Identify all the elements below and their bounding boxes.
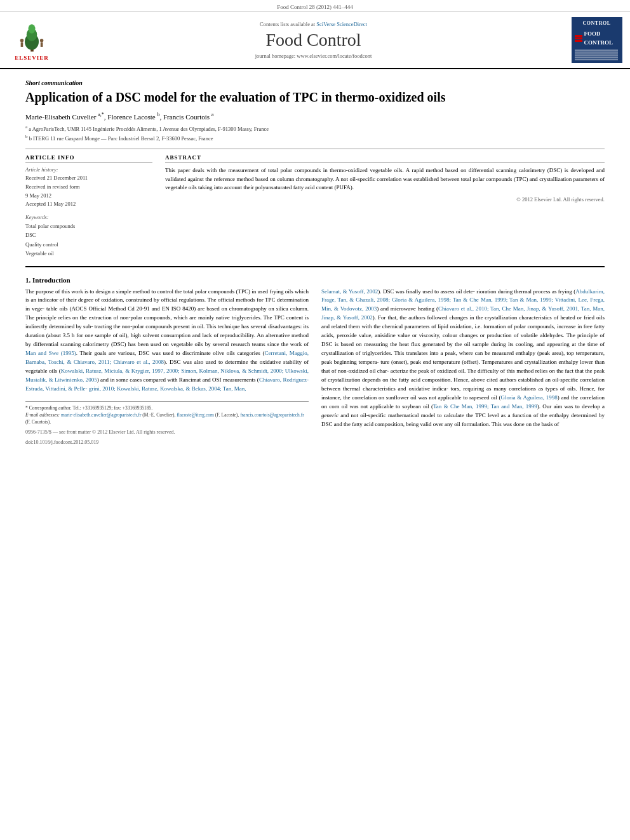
corresponding-author: * Corresponding author. Tel.: +331699351… xyxy=(25,404,309,411)
elsevier-logo: ELSEVIER xyxy=(6,17,57,63)
badge-icons xyxy=(575,35,582,42)
footnote-area: * Corresponding author. Tel.: +331699351… xyxy=(25,401,309,446)
badge-line-6 xyxy=(575,59,618,60)
abstract-text: This paper deals with the measurement of… xyxy=(165,166,605,192)
info-abstract-cols: ARTICLE INFO Article history: Received 2… xyxy=(25,154,605,258)
badge-line-5 xyxy=(575,57,618,58)
badge-control-top: CONTROL xyxy=(575,20,619,28)
badge-line-3 xyxy=(575,53,618,55)
affiliations: a a AgroParisTech, UMR 1145 Ingénierie P… xyxy=(25,124,605,142)
body-right-text: Selamat, & Yusoff, 2002). DSC was finall… xyxy=(321,288,605,429)
email1-name: (M.-E. Cuvelier), xyxy=(142,412,175,418)
badge-line-1 xyxy=(575,50,618,51)
divider-1 xyxy=(25,149,605,149)
food-control-badge-area: CONTROL FOOD CONTROL xyxy=(570,17,624,63)
email3-suffix: (F. Courtois). xyxy=(25,419,51,425)
article-info-header: ARTICLE INFO xyxy=(25,154,152,163)
history-label: Article history: xyxy=(25,166,152,173)
email2-suffix: (F. Lacoste), xyxy=(215,412,239,418)
abstract-copyright: © 2012 Elsevier Ltd. All rights reserved… xyxy=(165,196,605,203)
issn-text: 0956-7135/$ — see front matter © 2012 El… xyxy=(25,429,175,435)
affil-b: b b ITERG 11 rue Gaspard Monge — Parc In… xyxy=(25,133,605,143)
food-control-badge: CONTROL FOOD CONTROL xyxy=(572,17,622,63)
journal-title: Food Control xyxy=(265,30,361,50)
badge-food: FOOD xyxy=(584,29,613,38)
elsevier-text: ELSEVIER xyxy=(15,55,49,61)
email-1[interactable]: marie-elisabeth.cuvelier@agroparistech.f… xyxy=(61,412,141,418)
svg-point-3 xyxy=(28,24,35,34)
page: Food Control 28 (2012) 441–444 ELSEVIER xyxy=(0,0,630,840)
divider-2 xyxy=(25,266,605,267)
authors-line: Marie-Elisabeth Cuvelier a,*, Florence L… xyxy=(25,112,605,121)
badge-line-2 xyxy=(575,51,618,53)
abstract-header: ABSTRACT xyxy=(165,154,605,163)
affil-a: a a AgroParisTech, UMR 1145 Ingénierie P… xyxy=(25,124,605,133)
badge-lines xyxy=(575,50,619,60)
keywords-list: Total polar compounds DSC Quality contro… xyxy=(25,222,152,258)
journal-reference-bar: Food Control 28 (2012) 441–444 xyxy=(0,0,630,12)
section1-title: 1. Introduction xyxy=(25,276,605,284)
badge-food-control-row: FOOD CONTROL xyxy=(575,29,619,48)
ref-man-swe: Man and Swe (1995) xyxy=(25,350,76,356)
sciverse-line: Contents lists available at SciVerse Sci… xyxy=(260,21,367,27)
badge-icon-2 xyxy=(575,37,582,39)
email-label: E-mail addresses: xyxy=(25,412,60,418)
revised-date: 9 May 2012 xyxy=(25,192,152,201)
article-title: Application of a DSC model for the evalu… xyxy=(25,89,605,105)
svg-point-6 xyxy=(39,39,43,42)
main-content: Short communication Application of a DSC… xyxy=(0,69,630,453)
email-2[interactable]: flacoste@iterg.com xyxy=(177,412,214,418)
received-date: Received 21 December 2011 xyxy=(25,174,152,183)
abstract-col: ABSTRACT This paper deals with the measu… xyxy=(165,154,605,258)
accepted-date: Accepted 11 May 2012 xyxy=(25,200,152,209)
badge-text-col: FOOD CONTROL xyxy=(584,29,613,48)
ref-tan-che-man: Tan & Che Man, 1999; Tan and Man, 1999 xyxy=(433,403,537,410)
article-info-col: ARTICLE INFO Article history: Received 2… xyxy=(25,154,152,258)
ref-gloria: Gloria & Aguilera, 1998 xyxy=(500,394,557,401)
kw-2: DSC xyxy=(25,230,152,239)
email-3[interactable]: francis.courtois@agroparistech.fr xyxy=(240,412,304,418)
badge-icon-1 xyxy=(575,35,582,37)
kw-4: Vegetable oil xyxy=(25,249,152,258)
kw-3: Quality control xyxy=(25,240,152,249)
badge-control: CONTROL xyxy=(584,38,613,47)
body-content: 1. Introduction The purpose of this work… xyxy=(25,276,605,446)
svg-rect-7 xyxy=(40,43,43,47)
badge-line-4 xyxy=(575,55,618,57)
doi-line: doi:10.1016/j.foodcont.2012.05.019 xyxy=(25,439,309,446)
svg-point-4 xyxy=(20,39,23,42)
journal-homepage: journal homepage: www.elsevier.com/locat… xyxy=(255,53,372,59)
journal-ref: Food Control 28 (2012) 441–444 xyxy=(277,4,353,10)
elsevier-tree-icon xyxy=(15,18,50,53)
ref-selamat: Selamat, & Yusoff, 2002 xyxy=(321,288,378,295)
badge-icon-3 xyxy=(575,40,582,42)
body-left-col: The purpose of this work is to design a … xyxy=(25,288,309,446)
kw-1: Total polar compounds xyxy=(25,222,152,230)
journal-header: ELSEVIER Contents lists available at Sci… xyxy=(0,12,630,69)
issn-line: 0956-7135/$ — see front matter © 2012 El… xyxy=(25,429,309,436)
sciverse-link[interactable]: SciVerse ScienceDirect xyxy=(316,21,367,27)
keywords-label: Keywords: xyxy=(25,214,152,220)
svg-rect-5 xyxy=(20,43,23,47)
article-dates: Received 21 December 2011 Received in re… xyxy=(25,174,152,208)
article-type: Short communication xyxy=(25,79,605,86)
body-right-col: Selamat, & Yusoff, 2002). DSC was finall… xyxy=(321,288,605,446)
email-line: E-mail addresses: marie-elisabeth.cuveli… xyxy=(25,411,309,426)
body-two-cols: The purpose of this work is to design a … xyxy=(25,288,605,446)
body-left-text: The purpose of this work is to design a … xyxy=(25,288,309,394)
journal-title-block: Contents lists available at SciVerse Sci… xyxy=(64,17,563,63)
received-revised-label: Received in revised form xyxy=(25,183,152,192)
doi-text: doi:10.1016/j.foodcont.2012.05.019 xyxy=(25,439,98,445)
